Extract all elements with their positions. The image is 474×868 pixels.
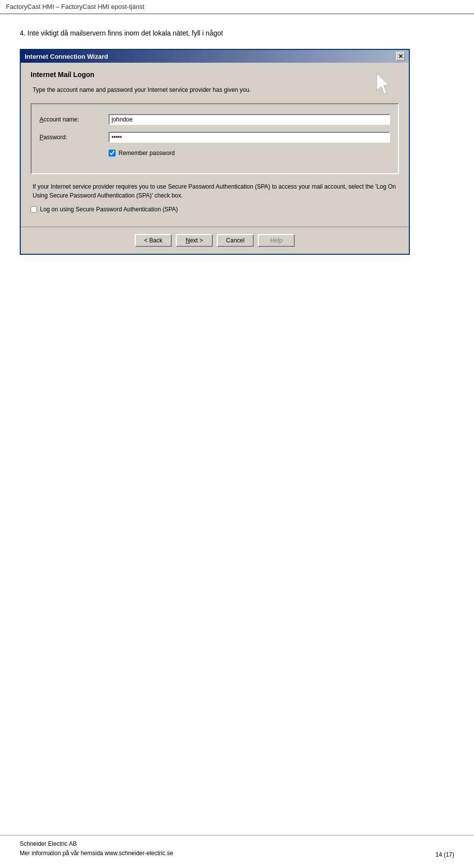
dialog-description: Type the account name and password your … bbox=[31, 86, 399, 93]
dialog-title: Internet Connection Wizard bbox=[25, 53, 108, 60]
remember-password-row: Remember password bbox=[109, 150, 390, 157]
intro-text: 4. Inte viktigt då mailservern finns ino… bbox=[20, 29, 454, 37]
password-label: Password: bbox=[40, 134, 109, 141]
account-name-row: Account name: bbox=[40, 114, 390, 125]
internet-connection-wizard-dialog: Internet Connection Wizard ✕ Internet Ma… bbox=[20, 49, 410, 255]
page-content: 4. Inte viktigt då mailservern finns ino… bbox=[0, 14, 474, 270]
back-button[interactable]: < Back bbox=[135, 234, 172, 247]
password-row: Password: bbox=[40, 132, 390, 143]
page-title: FactoryCast HMI – FactoryCast HMI epost-… bbox=[6, 3, 144, 10]
remember-password-label[interactable]: Remember password bbox=[118, 150, 175, 157]
next-button[interactable]: Next > bbox=[176, 234, 213, 247]
account-name-label: Account name: bbox=[40, 116, 109, 123]
footer-page-info: 14 (17) bbox=[435, 851, 454, 858]
wizard-icon bbox=[374, 71, 399, 95]
dialog-body: Internet Mail Logon Type the account nam… bbox=[21, 63, 409, 227]
password-input[interactable] bbox=[109, 132, 390, 143]
spa-checkbox-row: Log on using Secure Password Authenticat… bbox=[31, 206, 399, 213]
footer-left: Schneider Electric AB Mer information på… bbox=[20, 839, 173, 858]
page-footer: Schneider Electric AB Mer information på… bbox=[0, 835, 474, 858]
spa-checkbox[interactable] bbox=[31, 206, 37, 213]
svg-marker-0 bbox=[377, 73, 389, 94]
help-button[interactable]: Help bbox=[258, 234, 295, 247]
dialog-section-title: Internet Mail Logon bbox=[31, 71, 399, 79]
footer-company: Schneider Electric AB bbox=[20, 839, 173, 849]
dialog-title-text: Internet Connection Wizard bbox=[25, 53, 108, 60]
dialog-buttons: < Back Next > Cancel Help bbox=[21, 227, 409, 254]
spa-description: If your Internet service provider requir… bbox=[31, 182, 399, 200]
spa-checkbox-label[interactable]: Log on using Secure Password Authenticat… bbox=[40, 206, 178, 213]
account-name-input[interactable] bbox=[109, 114, 390, 125]
form-panel: Account name: Password: Remember passwor… bbox=[31, 103, 399, 174]
cancel-button[interactable]: Cancel bbox=[217, 234, 254, 247]
dialog-titlebar: Internet Connection Wizard ✕ bbox=[21, 50, 409, 63]
footer-website: Mer information på vår hemsida www.schne… bbox=[20, 849, 173, 858]
remember-password-checkbox[interactable] bbox=[109, 150, 116, 157]
dialog-close-button[interactable]: ✕ bbox=[396, 52, 405, 61]
page-header: FactoryCast HMI – FactoryCast HMI epost-… bbox=[0, 0, 474, 14]
